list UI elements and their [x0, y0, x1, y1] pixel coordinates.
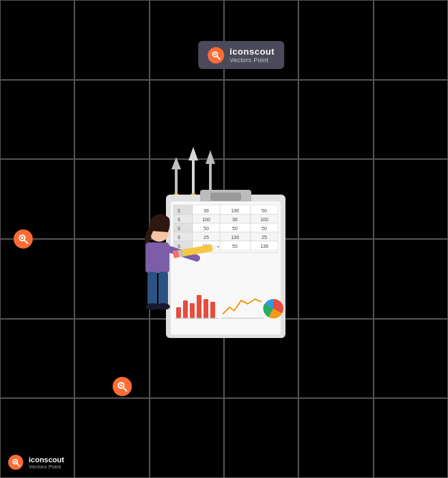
svg-text:25: 25 [262, 235, 267, 240]
mid-left-logo [14, 229, 33, 249]
svg-text:50: 50 [204, 226, 209, 231]
svg-text:$: $ [178, 226, 180, 231]
svg-rect-57 [176, 307, 181, 318]
svg-rect-75 [173, 251, 180, 258]
watermark-badge: iconscout Vectors Point [198, 41, 284, 69]
bottom-logo-icon [8, 455, 23, 470]
svg-rect-24 [173, 223, 193, 232]
svg-line-79 [25, 240, 28, 244]
svg-text:136: 136 [231, 208, 239, 213]
watermark-brand-name: iconscout [229, 46, 275, 57]
svg-text:$: $ [178, 217, 180, 222]
svg-line-1 [217, 56, 220, 59]
bottom-brand-name: iconscout [29, 455, 64, 464]
tile-6-5 [298, 398, 373, 478]
svg-text:50: 50 [262, 208, 267, 213]
svg-point-80 [21, 237, 23, 239]
tile-6-2 [74, 398, 149, 478]
svg-text:$: $ [178, 208, 180, 213]
svg-rect-7 [192, 160, 195, 193]
svg-text:36: 36 [232, 217, 238, 222]
svg-marker-9 [206, 150, 215, 164]
tile-1-6 [374, 0, 448, 80]
svg-rect-28 [173, 232, 193, 241]
tile-5-6 [374, 319, 448, 399]
tile-3-1 [0, 159, 74, 239]
svg-text:50: 50 [262, 226, 267, 231]
svg-point-86 [14, 460, 16, 462]
svg-rect-20 [173, 214, 193, 223]
svg-point-83 [120, 384, 122, 386]
svg-rect-67 [145, 242, 169, 273]
tile-6-3 [150, 398, 224, 478]
mid-bottom-logo [113, 377, 132, 396]
svg-text:$: $ [178, 235, 180, 240]
svg-text:136: 136 [231, 235, 239, 240]
svg-text:25: 25 [204, 235, 209, 240]
tile-6-4 [224, 398, 298, 478]
svg-rect-59 [190, 303, 195, 318]
svg-point-2 [214, 53, 216, 55]
svg-text:36: 36 [204, 208, 209, 213]
tile-1-1 [0, 0, 74, 80]
svg-rect-14 [210, 193, 241, 201]
bottom-text: iconscout Vectors Point [29, 455, 64, 470]
svg-text:50: 50 [232, 244, 238, 249]
bottom-tagline: Vectors Point [29, 464, 64, 470]
tile-5-1 [0, 319, 74, 399]
svg-rect-10 [209, 164, 212, 193]
main-illustration: $ $ $ $ $ 36 136 50 100 36 100 50 50 50 … [122, 68, 326, 341]
tile-4-1 [0, 239, 74, 319]
bottom-branding: iconscout Vectors Point [8, 455, 64, 470]
svg-text:$: $ [178, 244, 180, 249]
svg-rect-4 [175, 169, 178, 193]
svg-rect-61 [204, 299, 208, 318]
svg-text:100: 100 [260, 217, 268, 222]
svg-rect-58 [183, 300, 188, 318]
svg-rect-60 [197, 295, 201, 318]
svg-point-72 [156, 303, 170, 310]
svg-marker-6 [188, 147, 198, 160]
watermark-tagline: Vectors Point [229, 57, 275, 64]
tile-3-6 [374, 159, 448, 239]
tile-6-6 [374, 398, 448, 478]
watermark-text: iconscout Vectors Point [229, 46, 275, 64]
svg-text:100: 100 [202, 217, 210, 222]
svg-text:136: 136 [260, 244, 268, 249]
svg-rect-62 [210, 302, 215, 318]
tile-2-1 [0, 80, 74, 160]
page-container: iconscout Vectors Point [0, 0, 448, 478]
svg-text:50: 50 [232, 226, 238, 231]
tile-2-6 [374, 80, 448, 160]
svg-marker-3 [171, 157, 181, 169]
svg-line-85 [16, 463, 19, 466]
watermark-logo-icon [208, 47, 224, 64]
svg-rect-69 [148, 272, 157, 306]
svg-rect-70 [158, 272, 168, 306]
svg-rect-16 [173, 205, 193, 214]
mid-logo-circle [14, 229, 33, 249]
mid-bottom-circle [113, 377, 132, 396]
svg-line-82 [124, 388, 127, 391]
tile-4-6 [374, 239, 448, 319]
